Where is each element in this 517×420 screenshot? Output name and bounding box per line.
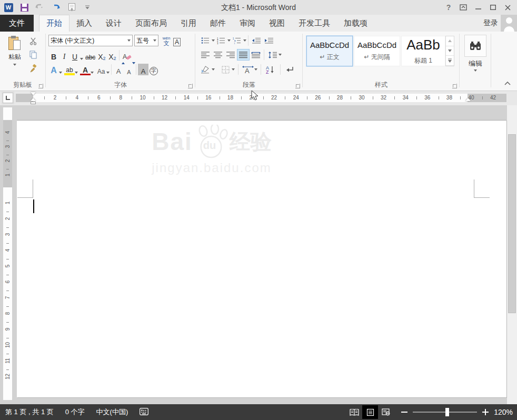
zoom-slider-thumb[interactable] bbox=[445, 408, 449, 416]
font-name-combo[interactable]: 宋体 (中文正文) bbox=[48, 35, 133, 46]
find-button[interactable] bbox=[464, 35, 486, 57]
sign-in-link[interactable]: 登录 bbox=[483, 15, 498, 32]
editing-dropdown-icon[interactable] bbox=[474, 69, 477, 72]
tab-add-ins[interactable]: 加载项 bbox=[337, 15, 374, 32]
grow-font-button[interactable]: A bbox=[113, 64, 124, 75]
tab-mailings[interactable]: 邮件 bbox=[203, 15, 233, 32]
line-spacing-dropdown-icon[interactable] bbox=[279, 54, 282, 56]
vertical-scrollbar[interactable] bbox=[507, 105, 517, 404]
font-size-combo[interactable]: 五号 bbox=[134, 35, 158, 46]
bold-button[interactable]: B bbox=[48, 49, 59, 61]
style-no-spacing[interactable]: AaBbCcDd ↵ 无间隔 bbox=[354, 36, 400, 66]
justify-button[interactable] bbox=[237, 49, 250, 61]
font-color-dropdown-icon[interactable] bbox=[91, 72, 94, 74]
vertical-ruler[interactable]: 4321123456789101112 bbox=[3, 107, 12, 400]
phonetic-guide-button[interactable]: wén文 bbox=[161, 35, 172, 46]
shading-button[interactable] bbox=[199, 64, 212, 75]
shading-dropdown-icon[interactable] bbox=[212, 68, 215, 71]
align-center-button[interactable] bbox=[212, 49, 224, 61]
line-spacing-button[interactable] bbox=[266, 49, 279, 61]
decrease-indent-button[interactable] bbox=[250, 35, 263, 46]
paste-dropdown-icon[interactable] bbox=[13, 64, 16, 66]
character-shading-button[interactable]: A bbox=[138, 64, 148, 75]
collapse-ribbon-icon[interactable] bbox=[504, 78, 511, 87]
highlight-button[interactable]: ab bbox=[64, 64, 75, 75]
show-hide-marks-button[interactable] bbox=[284, 64, 296, 75]
ribbon-display-options-icon[interactable] bbox=[456, 1, 471, 14]
left-indent-marker[interactable] bbox=[31, 102, 36, 104]
styles-more-icon[interactable] bbox=[446, 56, 454, 66]
h-ruler-strip[interactable]: 24681012141618202224262830323436384042 bbox=[16, 94, 506, 102]
tab-file[interactable]: 文件 bbox=[0, 15, 34, 32]
clipboard-dialog-launcher[interactable] bbox=[38, 84, 43, 88]
multilevel-list-button[interactable]: 1ai bbox=[231, 35, 243, 46]
zoom-out-icon[interactable] bbox=[401, 412, 407, 413]
align-right-button[interactable] bbox=[224, 49, 237, 61]
align-left-button[interactable] bbox=[199, 49, 212, 61]
borders-dropdown-icon[interactable] bbox=[232, 68, 235, 71]
document-page[interactable]: Bai du 经验 jingyan.baidu.com bbox=[17, 120, 506, 397]
highlight-dropdown-icon[interactable] bbox=[75, 72, 78, 74]
copy-button[interactable] bbox=[27, 49, 39, 60]
web-layout-icon[interactable] bbox=[378, 405, 394, 419]
zoom-slider[interactable] bbox=[413, 412, 477, 413]
macro-record-icon[interactable] bbox=[140, 408, 148, 417]
word-count[interactable]: 0 个字 bbox=[65, 407, 85, 417]
distributed-button[interactable] bbox=[250, 49, 262, 61]
style-normal[interactable]: AaBbCcDd ↵ 正文 bbox=[306, 36, 353, 66]
increase-indent-button[interactable] bbox=[263, 35, 275, 46]
multilevel-dropdown-icon[interactable] bbox=[243, 39, 246, 42]
underline-dropdown-icon[interactable] bbox=[80, 58, 83, 60]
style-heading1[interactable]: AaBb 标题 1 bbox=[401, 36, 445, 66]
first-line-indent-marker[interactable] bbox=[31, 92, 36, 95]
styles-dialog-launcher[interactable] bbox=[452, 84, 457, 88]
paragraph-dialog-launcher[interactable] bbox=[295, 84, 300, 88]
font-color-button[interactable]: A bbox=[80, 64, 91, 75]
editing-button-label[interactable]: 编辑 bbox=[460, 59, 491, 68]
tab-references[interactable]: 引用 bbox=[174, 15, 203, 32]
tab-view[interactable]: 视图 bbox=[262, 15, 292, 32]
text-effects-dropdown-icon[interactable] bbox=[59, 72, 62, 74]
asian-layout-button[interactable]: A bbox=[242, 64, 254, 75]
format-painter-button[interactable] bbox=[27, 63, 39, 74]
character-border-button[interactable]: A bbox=[172, 35, 182, 46]
close-icon[interactable] bbox=[500, 1, 515, 14]
avatar[interactable] bbox=[501, 15, 517, 32]
tab-developer[interactable]: 开发工具 bbox=[292, 15, 337, 32]
page-indicator[interactable]: 第 1 页 , 共 1 页 bbox=[5, 407, 54, 417]
print-layout-icon[interactable] bbox=[362, 405, 378, 419]
clear-formatting-button[interactable]: A bbox=[121, 49, 133, 61]
cut-button[interactable] bbox=[27, 36, 39, 46]
tab-insert[interactable]: 插入 bbox=[69, 15, 99, 32]
change-case-dropdown-icon[interactable] bbox=[106, 72, 110, 74]
language-indicator[interactable]: 中文(中国) bbox=[96, 407, 128, 417]
scrollbar-thumb[interactable] bbox=[508, 134, 516, 313]
borders-button[interactable] bbox=[219, 64, 232, 75]
numbering-button[interactable]: 123 bbox=[215, 35, 227, 46]
enclose-characters-button[interactable]: 字 bbox=[148, 64, 159, 75]
read-mode-icon[interactable] bbox=[346, 405, 362, 419]
underline-button[interactable]: U bbox=[69, 49, 80, 61]
shrink-font-button[interactable]: A bbox=[124, 64, 134, 75]
asian-layout-dropdown-icon[interactable] bbox=[254, 68, 257, 71]
italic-button[interactable]: I bbox=[59, 49, 69, 61]
strikethrough-button[interactable]: abc bbox=[84, 49, 96, 61]
tab-design[interactable]: 设计 bbox=[99, 15, 128, 32]
minimize-icon[interactable] bbox=[471, 1, 485, 14]
bullets-button[interactable] bbox=[199, 35, 212, 46]
help-icon[interactable]: ? bbox=[441, 1, 456, 14]
paste-button[interactable]: 粘贴 bbox=[4, 35, 25, 80]
sort-button[interactable]: AZ bbox=[264, 64, 277, 75]
superscript-button[interactable]: X2 bbox=[107, 49, 117, 61]
right-indent-marker[interactable] bbox=[465, 98, 471, 101]
tab-home[interactable]: 开始 bbox=[39, 15, 69, 32]
subscript-button[interactable]: X2 bbox=[96, 49, 107, 61]
tab-review[interactable]: 审阅 bbox=[233, 15, 262, 32]
tab-page-layout[interactable]: 页面布局 bbox=[128, 15, 174, 32]
styles-scroll-up-icon[interactable] bbox=[446, 36, 454, 46]
maximize-icon[interactable] bbox=[485, 1, 500, 14]
zoom-in-icon[interactable] bbox=[482, 409, 489, 415]
hanging-indent-marker[interactable] bbox=[31, 98, 36, 101]
text-effects-button[interactable]: A bbox=[48, 64, 59, 75]
styles-scroll-down-icon[interactable] bbox=[446, 46, 454, 56]
